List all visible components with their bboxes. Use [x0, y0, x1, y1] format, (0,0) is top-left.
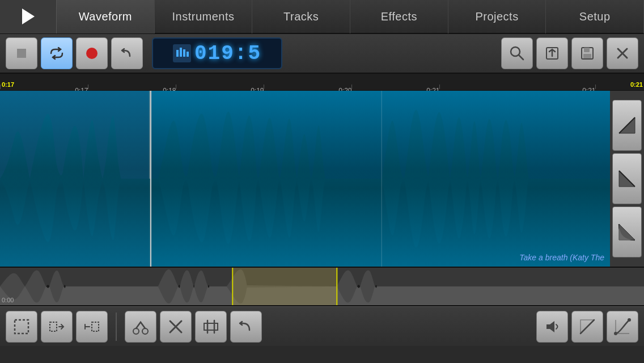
track-label: Take a breath (Katy The — [519, 253, 604, 262]
close-icon — [614, 45, 631, 62]
save-icon — [579, 45, 596, 62]
svg-point-1 — [86, 48, 98, 59]
undo-bottom-button[interactable] — [230, 311, 262, 343]
top-navigation: Waveform Instruments Tracks Effects Proj… — [0, 0, 644, 34]
delete-button[interactable] — [160, 311, 192, 343]
svg-line-7 — [519, 55, 523, 60]
bottom-toolbar — [0, 306, 644, 346]
save-button[interactable] — [571, 37, 603, 69]
select-right-button[interactable] — [76, 311, 108, 343]
ruler-labels: 0:16 0:17 0:18 0:19 0:20 0:21 0:21 0:17 … — [0, 74, 644, 89]
trim-button[interactable] — [195, 311, 227, 343]
envelope-fade-in-button[interactable] — [612, 100, 642, 151]
svg-rect-4 — [183, 49, 185, 57]
select-right-icon — [83, 318, 101, 336]
waveform-area[interactable]: Take a breath (Katy The — [0, 91, 644, 267]
ruler-tick-2: 0:18 — [176, 85, 176, 89]
ruler-yellow-end: 0:21 — [630, 81, 643, 88]
svg-rect-24 — [50, 322, 57, 331]
undo-bottom-icon — [237, 318, 255, 336]
tab-waveform[interactable]: Waveform — [57, 0, 155, 33]
svg-rect-10 — [584, 48, 590, 52]
svg-rect-30 — [204, 323, 218, 330]
select-left-icon — [48, 318, 66, 336]
ruler-tick-4: 0:20 — [351, 85, 352, 89]
envelope-fade-out-button[interactable] — [612, 153, 642, 204]
waveform-svg — [0, 91, 644, 267]
search-button[interactable] — [501, 37, 533, 69]
overview-zero-label: 0:00 — [2, 297, 14, 303]
fade-out-icon — [617, 168, 637, 189]
ruler-tick-6: 0:21 — [595, 85, 596, 89]
trim-icon — [202, 318, 220, 336]
record-icon — [83, 45, 100, 62]
svg-point-27 — [142, 328, 148, 334]
volume-button[interactable] — [536, 311, 568, 343]
undo-button[interactable] — [111, 37, 143, 69]
fade-linear-icon — [578, 318, 596, 336]
svg-point-26 — [133, 328, 139, 334]
toolbar-divider-1 — [116, 313, 117, 341]
stop-icon — [13, 45, 30, 62]
search-icon — [509, 45, 526, 62]
tab-effects[interactable]: Effects — [350, 0, 448, 33]
time-display: 019:5 — [152, 37, 282, 69]
svg-line-34 — [581, 320, 594, 334]
svg-rect-2 — [176, 50, 179, 57]
tab-projects[interactable]: Projects — [448, 0, 546, 33]
stop-button[interactable] — [6, 37, 37, 69]
select-region-icon — [12, 318, 31, 336]
import-icon — [544, 45, 561, 62]
fade-curve-icon — [613, 318, 632, 336]
volume-icon — [543, 318, 561, 336]
close-button[interactable] — [607, 37, 638, 69]
overview-svg — [0, 268, 644, 305]
loop-icon — [48, 45, 65, 62]
waveform-clock-icon — [173, 44, 191, 62]
delete-icon — [167, 318, 185, 336]
svg-rect-25 — [92, 322, 99, 331]
loop-button[interactable] — [41, 37, 73, 69]
select-left-button[interactable] — [41, 311, 73, 343]
fade-curve-button[interactable] — [607, 311, 638, 343]
play-icon — [22, 9, 35, 24]
metronome-icon — [175, 47, 189, 60]
svg-rect-0 — [17, 49, 26, 58]
cut-icon — [132, 318, 150, 336]
fade-in-icon — [617, 115, 637, 136]
svg-rect-20 — [232, 268, 337, 305]
svg-rect-5 — [187, 52, 189, 57]
undo-icon — [118, 45, 135, 62]
ruler-tick-3: 0:19 — [264, 85, 264, 89]
ruler-tick-5: 0:21 — [439, 85, 440, 89]
timeline-ruler: 0:16 0:17 0:18 0:19 0:20 0:21 0:21 0:17 … — [0, 74, 644, 91]
tab-tracks[interactable]: Tracks — [252, 0, 350, 33]
ruler-tick-1: 0:17 — [88, 85, 88, 89]
curve-icon — [617, 222, 637, 242]
fade-linear-button[interactable] — [571, 311, 603, 343]
svg-point-36 — [628, 318, 631, 322]
svg-marker-33 — [546, 321, 554, 332]
tab-setup[interactable]: Setup — [546, 0, 644, 33]
record-button[interactable] — [76, 37, 108, 69]
ruler-yellow-start: 0:17 — [0, 81, 14, 88]
select-region-button[interactable] — [6, 311, 37, 343]
main-toolbar: 019:5 — [0, 34, 644, 74]
svg-rect-23 — [15, 320, 28, 334]
clock-time-value: 019:5 — [194, 42, 261, 65]
envelope-curve-button[interactable] — [612, 206, 642, 258]
cut-button[interactable] — [125, 311, 156, 343]
svg-rect-11 — [583, 54, 591, 58]
overview-area[interactable]: 0:00 — [0, 267, 644, 306]
import-button[interactable] — [536, 37, 568, 69]
svg-rect-3 — [180, 48, 182, 57]
svg-point-35 — [614, 332, 617, 335]
right-panel — [610, 91, 644, 267]
tab-instruments[interactable]: Instruments — [155, 0, 253, 33]
nav-play-button[interactable] — [0, 0, 57, 33]
